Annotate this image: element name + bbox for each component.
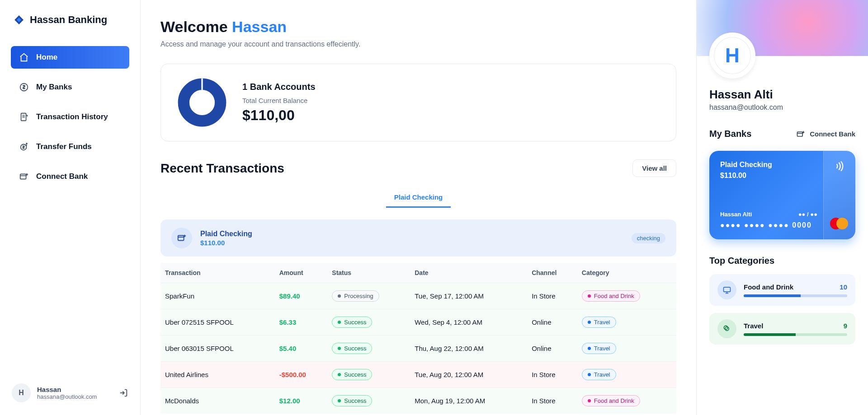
tx-name: SparkFun (160, 283, 275, 309)
tx-date: Wed, Sep 4, 12:00 AM (410, 309, 527, 336)
category-progress (744, 294, 847, 297)
connect-bank-button[interactable]: Connect Bank (796, 130, 855, 139)
profile-email: hassana@outlook.com (709, 103, 855, 112)
card-expiry: ●● / ●● (798, 211, 817, 218)
mastercard-icon (830, 218, 848, 231)
sidebar-user-email: hassana@outlook.com (37, 393, 112, 400)
nfc-icon (835, 160, 847, 173)
col-amount: Amount (275, 263, 328, 283)
sidebar: Hassan Banking Home My Banks Transaction… (0, 0, 141, 415)
nav-label: Transfer Funds (36, 142, 92, 151)
brand-name: Hassan Banking (30, 14, 107, 26)
table-row[interactable]: McDonalds $12.00 Success Mon, Aug 19, 12… (160, 388, 676, 414)
tx-name: Uber 063015 SFPOOL (160, 336, 275, 362)
col-channel: Channel (527, 263, 577, 283)
card-balance: $110.00 (720, 172, 772, 180)
tx-category: Travel (577, 309, 676, 336)
table-row[interactable]: Uber 063015 SFPOOL $5.40 Success Thu, Au… (160, 336, 676, 362)
tx-date: Thu, Aug 22, 12:00 AM (410, 336, 527, 362)
svg-rect-8 (178, 236, 184, 241)
nav-home[interactable]: Home (11, 46, 129, 69)
tab-plaid-checking[interactable]: Plaid Checking (386, 188, 451, 208)
tx-name: McDonalds (160, 388, 275, 414)
donut-chart-icon (175, 76, 229, 129)
profile-name: Hassan Alti (709, 88, 855, 102)
tx-amount: $6.33 (275, 309, 328, 336)
balance-value: $110,00 (242, 107, 316, 124)
my-banks-title: My Banks (709, 129, 751, 139)
table-row[interactable]: SparkFun $89.40 Processing Tue, Sep 17, … (160, 283, 676, 309)
category-count: 9 (844, 322, 847, 330)
tx-status: Success (327, 336, 410, 362)
monitor-icon (717, 280, 736, 299)
col-transaction: Transaction (160, 263, 275, 283)
user-avatar: H (12, 383, 31, 402)
tx-name: United Airlines (160, 362, 275, 388)
category-count: 10 (840, 283, 847, 291)
tx-channel: In Store (527, 362, 577, 388)
card-plus-icon (19, 172, 29, 182)
transfer-icon (19, 142, 29, 152)
nav-transaction-history[interactable]: Transaction History (11, 106, 129, 128)
tx-amount: $5.40 (275, 336, 328, 362)
tx-category: Travel (577, 336, 676, 362)
brand-logo-icon (13, 14, 25, 26)
category-card[interactable]: Travel9 (709, 313, 855, 345)
nav-my-banks[interactable]: My Banks (11, 76, 129, 98)
balance-label: Total Current Balance (242, 97, 316, 104)
tx-category: Travel (577, 362, 676, 388)
right-panel: H Hassan Alti hassana@outlook.com My Ban… (696, 0, 868, 415)
profile-avatar: H (709, 33, 755, 79)
sidebar-footer: H Hassan hassana@outlook.com (11, 381, 129, 405)
tx-category: Food and Drink (577, 388, 676, 414)
coins-icon (717, 319, 736, 338)
nav: Home My Banks Transaction History Transf… (11, 46, 129, 188)
col-category: Category (577, 263, 676, 283)
brand[interactable]: Hassan Banking (11, 10, 129, 30)
main: Welcome Hassan Access and manage your ac… (141, 0, 696, 415)
dollar-circle-icon (19, 82, 29, 92)
card-holder: Hassan Alti (720, 211, 752, 218)
tx-name: Uber 072515 SFPOOL (160, 309, 275, 336)
account-panel: Plaid Checking $110.00 checking (160, 219, 676, 256)
nav-transfer-funds[interactable]: Transfer Funds (11, 135, 129, 158)
nav-label: Connect Bank (36, 172, 88, 181)
tx-amount: $89.40 (275, 283, 328, 309)
tx-date: Tue, Aug 20, 12:00 AM (410, 362, 527, 388)
table-row[interactable]: Uber 072515 SFPOOL $6.33 Success Wed, Se… (160, 309, 676, 336)
nav-label: Transaction History (36, 112, 108, 121)
receipt-icon (19, 112, 29, 122)
tx-category: Food and Drink (577, 283, 676, 309)
transactions-table: Transaction Amount Status Date Channel C… (160, 263, 676, 414)
top-categories-title: Top Categories (709, 256, 855, 266)
home-icon (19, 52, 29, 62)
col-date: Date (410, 263, 527, 283)
logout-icon[interactable] (118, 388, 128, 398)
card-number: ●●●● ●●●● ●●●● 0000 (720, 221, 844, 229)
tx-channel: In Store (527, 388, 577, 414)
sidebar-user-name: Hassan (37, 386, 112, 393)
svg-rect-10 (724, 287, 731, 292)
tx-date: Tue, Sep 17, 12:00 AM (410, 283, 527, 309)
col-status: Status (327, 263, 410, 283)
recent-transactions-title: Recent Transactions (160, 161, 284, 176)
category-progress (744, 333, 847, 336)
account-name: Plaid Checking (200, 230, 252, 238)
category-label: Travel (744, 322, 763, 330)
tx-channel: Online (527, 336, 577, 362)
table-row[interactable]: United Airlines -$500.00 Success Tue, Au… (160, 362, 676, 388)
view-all-button[interactable]: View all (632, 159, 676, 177)
category-card[interactable]: Food and Drink10 (709, 274, 855, 306)
bank-card[interactable]: Plaid Checking $110.00 Hassan Alti ●● / … (709, 151, 855, 239)
nav-connect-bank[interactable]: Connect Bank (11, 165, 129, 188)
nav-label: Home (36, 53, 57, 62)
tx-date: Mon, Aug 19, 12:00 AM (410, 388, 527, 414)
tx-status: Success (327, 388, 410, 414)
tx-channel: Online (527, 309, 577, 336)
nav-label: My Banks (36, 83, 72, 92)
tx-status: Success (327, 362, 410, 388)
tx-channel: In Store (527, 283, 577, 309)
svg-rect-5 (20, 174, 26, 179)
svg-rect-9 (797, 132, 803, 136)
tx-status: Processing (327, 283, 410, 309)
